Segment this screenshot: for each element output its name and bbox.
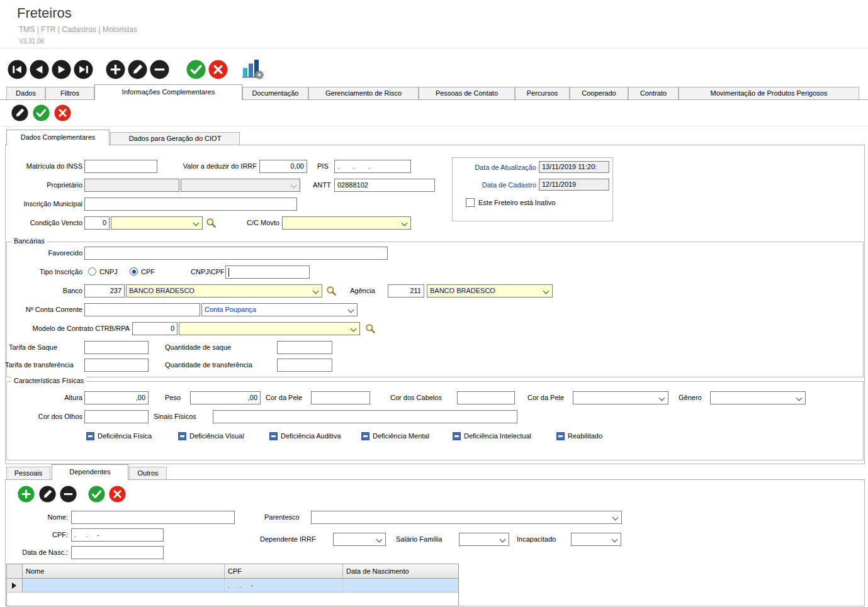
radio-cnpj[interactable]: CNPJ: [88, 267, 118, 276]
cancel-button[interactable]: [208, 60, 228, 79]
inscricao-municipal-input[interactable]: [84, 198, 297, 211]
tab-percursos[interactable]: Percursos: [515, 87, 570, 99]
cancel-dependente-button[interactable]: [109, 486, 126, 503]
nav-last-button[interactable]: [74, 60, 93, 79]
proprietario-input: [84, 179, 179, 192]
edit-record-button[interactable]: [128, 60, 147, 79]
cnpj-cpf-input[interactable]: [225, 265, 310, 279]
tab-contrato[interactable]: Contrato: [628, 87, 679, 99]
grid-header-nome[interactable]: Nome: [23, 564, 225, 579]
tab-pessoas-de-contato[interactable]: Pessoas de Contato: [419, 87, 515, 99]
tab-filtros[interactable]: Filtros: [45, 87, 94, 99]
cancel-complementares-button[interactable]: [54, 104, 71, 121]
deficiencia-visual-checkbox[interactable]: Deficiência Visual: [178, 432, 244, 440]
nav-first-button[interactable]: [8, 60, 27, 79]
tab-informacoes-complementares[interactable]: Informações Complementares: [94, 84, 242, 100]
chevron-down-icon: [612, 515, 619, 521]
tipo-conta-combo[interactable]: Conta Poupança: [201, 303, 358, 316]
deficiencia-fisica-checkbox[interactable]: Deficiência Física: [86, 432, 152, 440]
chart-settings-button[interactable]: [242, 58, 264, 80]
grid-header-cpf[interactable]: CPF: [225, 564, 343, 579]
nav-next-button[interactable]: [52, 60, 71, 79]
reabilitado-checkbox[interactable]: Reabilitado: [556, 432, 602, 440]
modelo-contrato-combo[interactable]: [179, 322, 360, 335]
inativo-checkbox[interactable]: [466, 198, 475, 207]
cor-dos-olhos-input[interactable]: [84, 410, 149, 423]
add-record-button[interactable]: [106, 60, 125, 79]
banco-combo[interactable]: BANCO BRADESCO: [126, 284, 322, 298]
incapacitado-combo[interactable]: [571, 533, 621, 546]
deficiencia-auditiva-checkbox[interactable]: Deficiência Auditiva: [269, 432, 341, 440]
checkbox-indeterminate-icon: [556, 432, 565, 440]
dependente-cpf-input[interactable]: . . -: [71, 528, 164, 542]
chevron-down-icon: [500, 537, 506, 543]
tab-cooperado[interactable]: Cooperado: [570, 87, 628, 99]
confirm-complementares-button[interactable]: [33, 104, 50, 121]
quantidade-saque-input[interactable]: [277, 341, 332, 354]
confirm-button[interactable]: [186, 60, 206, 79]
condicao-vencto-code-input[interactable]: 0: [84, 216, 110, 230]
nav-previous-button[interactable]: [30, 60, 49, 79]
grid-cell-data-nascimento[interactable]: [343, 579, 458, 593]
grid-header-data-nascimento[interactable]: Data de Nascimento: [343, 564, 458, 579]
tab-outros[interactable]: Outros: [129, 467, 167, 479]
peso-input[interactable]: ,00: [190, 391, 261, 404]
pis-input[interactable]: . . .: [334, 160, 411, 173]
tarifa-saque-input[interactable]: [84, 341, 149, 354]
parentesco-combo[interactable]: [311, 511, 622, 524]
cor-da-pele-combo[interactable]: [573, 391, 668, 404]
conta-corrente-input[interactable]: [84, 303, 200, 316]
deficiencia-mental-checkbox[interactable]: Deficiência Mental: [361, 432, 429, 440]
agencia-code-input[interactable]: 211: [388, 284, 424, 298]
favorecido-input[interactable]: [84, 247, 388, 260]
deficiencia-intelectual-checkbox[interactable]: Deficiência Intelectual: [453, 432, 531, 440]
agencia-combo[interactable]: BANCO BRADESCO: [427, 284, 553, 298]
add-dependente-button[interactable]: [18, 486, 35, 503]
tab-documentacao[interactable]: Documentação: [242, 87, 308, 99]
text-caret: [228, 268, 229, 277]
delete-record-button[interactable]: [150, 60, 169, 79]
tab-movimentacao-produtos-perigosos[interactable]: Movimentação de Produtos Perigosos: [679, 87, 859, 99]
cor-dos-cabelos-input[interactable]: [457, 391, 515, 404]
modelo-contrato-code-input[interactable]: 0: [132, 322, 178, 335]
dependente-irrf-combo[interactable]: [333, 533, 386, 546]
cc-movto-combo[interactable]: [282, 216, 411, 230]
quantidade-transferencia-input[interactable]: [277, 359, 332, 372]
radio-cpf[interactable]: CPF: [130, 267, 155, 276]
salario-familia-combo[interactable]: [459, 533, 509, 546]
dependente-nome-input[interactable]: [71, 511, 235, 524]
page-title: Freteiros: [17, 5, 72, 21]
search-icon[interactable]: [365, 323, 376, 334]
delete-dependente-button[interactable]: [60, 486, 77, 503]
genero-combo[interactable]: [710, 391, 806, 404]
sinais-fisicos-input[interactable]: [213, 410, 517, 423]
subtab-dados-complementares[interactable]: Dados Complementares: [6, 130, 110, 145]
grid-cell-cpf[interactable]: . . -: [225, 579, 343, 593]
dependentes-grid[interactable]: Nome CPF Data de Nascimento . . -: [6, 564, 459, 606]
subtab-dados-geracao-ciot[interactable]: Dados para Geração do CIOT: [110, 132, 240, 145]
tarifa-transferencia-input[interactable]: [84, 359, 149, 372]
matricula-inss-input[interactable]: [84, 160, 157, 173]
data-nasc-input[interactable]: [71, 546, 164, 559]
grid-cell-nome[interactable]: [23, 579, 225, 593]
confirm-dependente-button[interactable]: [88, 486, 105, 503]
edit-dependente-button[interactable]: [39, 486, 56, 503]
chevron-down-icon: [796, 395, 803, 401]
radio-cnpj-label: CNPJ: [99, 268, 118, 276]
tab-pessoais[interactable]: Pessoais: [6, 467, 50, 479]
search-icon[interactable]: [326, 286, 337, 296]
next-icon: [52, 60, 71, 79]
grid-row-indicator: [7, 579, 23, 593]
tab-gerenciamento-de-risco[interactable]: Gerenciamento de Risco: [308, 87, 419, 99]
edit-complementares-button[interactable]: [11, 104, 28, 121]
altura-input[interactable]: ,00: [84, 391, 149, 404]
cor-da-pele-input[interactable]: [311, 391, 370, 404]
banco-code-input[interactable]: 237: [84, 284, 125, 298]
antt-input[interactable]: 02888102: [334, 179, 435, 192]
condicao-vencto-combo[interactable]: [111, 216, 203, 230]
valor-deduzir-irrf-input[interactable]: 0,00: [259, 160, 307, 173]
pencil-icon: [39, 486, 56, 503]
tab-dados[interactable]: Dados: [6, 87, 45, 99]
tab-dependentes[interactable]: Dependentes: [52, 464, 128, 480]
search-icon[interactable]: [206, 218, 217, 228]
